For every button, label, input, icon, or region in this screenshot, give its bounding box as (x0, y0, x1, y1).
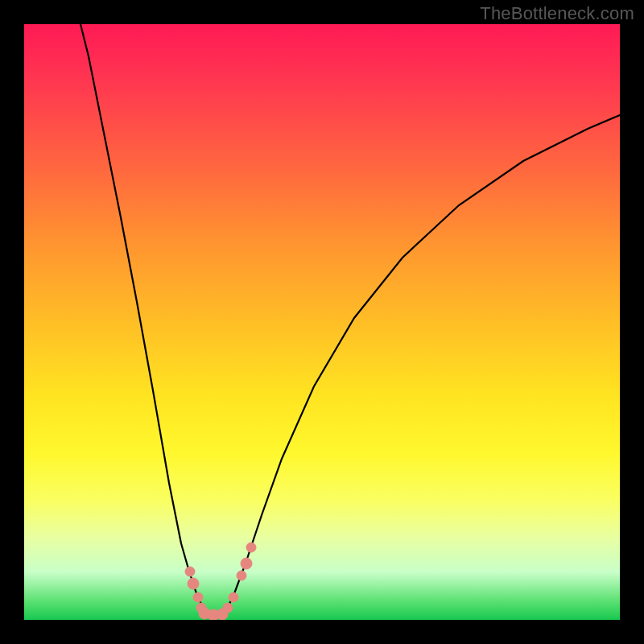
chart-frame: TheBottleneck.com (0, 0, 644, 644)
data-point (241, 558, 252, 569)
data-point (185, 567, 195, 576)
data-point (188, 578, 199, 589)
data-point (193, 592, 203, 602)
plot-area (24, 24, 620, 620)
data-point (237, 571, 246, 580)
watermark-text: TheBottleneck.com (480, 3, 634, 24)
data-point (223, 603, 233, 613)
data-point (246, 543, 256, 552)
bottleneck-curve (24, 24, 620, 620)
curve-right (225, 115, 620, 612)
curve-left (80, 24, 205, 612)
data-point (229, 592, 238, 602)
data-markers (185, 543, 256, 620)
